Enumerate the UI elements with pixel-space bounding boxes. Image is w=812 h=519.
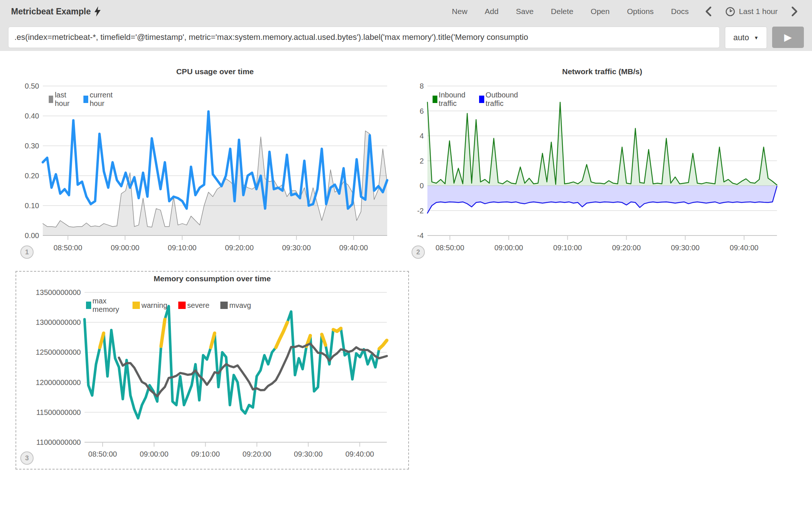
cpu-usage-plot[interactable] (43, 86, 387, 241)
app-title: Metricbeat Example (11, 6, 101, 17)
chevron-right-icon (792, 7, 797, 16)
y-tick-label: 2 (398, 157, 424, 165)
y-tick-label: -4 (398, 231, 424, 240)
nav-row: Metricbeat Example New Add Save Delete O… (0, 0, 812, 23)
time-range-label: Last 1 hour (739, 7, 778, 16)
x-tick-label: 09:20:00 (229, 450, 285, 458)
chevron-down-icon: ▼ (754, 35, 758, 41)
x-tick-label: 08:50:00 (40, 244, 96, 252)
network-traffic-plot[interactable] (427, 86, 777, 241)
y-tick-label: 13500000000 (13, 288, 81, 297)
legend-item: warning (133, 301, 167, 310)
y-tick-label: 11500000000 (13, 408, 81, 417)
legend-swatch-icon (86, 302, 91, 309)
legend-label: max memory (93, 297, 122, 314)
x-tick-label: 09:00:00 (97, 244, 153, 252)
play-icon: ▶ (784, 31, 792, 43)
x-tick-label: 09:00:00 (481, 244, 536, 252)
timelion-expression-input[interactable] (8, 27, 720, 48)
main-menu: New Add Save Delete Open Options Docs (452, 7, 689, 16)
legend-label: last hour (55, 91, 72, 108)
y-tick-label: 6 (398, 107, 424, 116)
legend-item: Inbound traffic (433, 91, 468, 108)
legend-label: mvavg (229, 301, 251, 310)
y-tick-label: 0.10 (10, 201, 39, 210)
x-tick-label: 09:10:00 (155, 244, 210, 252)
y-tick-label: 4 (398, 131, 424, 140)
legend-label: Outbound traffic (486, 91, 521, 108)
x-tick-label: 09:30:00 (269, 244, 324, 252)
memory-consumption-plot[interactable] (85, 292, 387, 448)
y-tick-label: 12500000000 (13, 348, 81, 357)
clock-icon (725, 7, 735, 17)
legend-swatch-icon (220, 302, 228, 309)
chart-title: Memory consumption over time (16, 274, 409, 283)
y-tick-label: 0.20 (10, 171, 39, 180)
legend-swatch-icon (133, 302, 140, 309)
time-forward-button[interactable] (792, 7, 797, 16)
y-tick-label: 0.40 (10, 111, 39, 120)
interval-value: auto (733, 33, 749, 42)
memory-legend: max memorywarningseveremvavg (86, 297, 251, 314)
menu-item-save[interactable]: Save (516, 7, 534, 16)
panel-number-badge: 3 (20, 451, 34, 465)
legend-label: severe (187, 301, 209, 310)
x-tick-label: 09:10:00 (178, 450, 233, 458)
timelion-bolt-icon (94, 6, 101, 17)
menu-item-add[interactable]: Add (485, 7, 498, 16)
legend-label: current hour (90, 91, 115, 108)
menu-item-options[interactable]: Options (627, 7, 654, 16)
app-title-text: Metricbeat Example (11, 7, 91, 17)
legend-item: last hour (49, 91, 72, 108)
query-row: auto ▼ ▶ (0, 23, 812, 49)
panel-number-badge: 2 (412, 245, 425, 259)
legend-item: current hour (83, 91, 115, 108)
x-tick-label: 09:30:00 (658, 244, 713, 252)
legend-item: Outbound traffic (479, 91, 520, 108)
network-legend: Inbound trafficOutbound traffic (433, 91, 520, 108)
x-tick-label: 09:20:00 (599, 244, 654, 252)
time-back-button[interactable] (706, 7, 711, 16)
menu-item-open[interactable]: Open (591, 7, 609, 16)
dashboard-stage: CPU usage over time last hourcurrent hou… (0, 51, 812, 519)
legend-swatch-icon (479, 96, 484, 103)
x-tick-label: 09:40:00 (716, 244, 772, 252)
legend-item: severe (178, 301, 209, 310)
top-bar: Metricbeat Example New Add Save Delete O… (0, 0, 812, 51)
legend-swatch-icon (178, 302, 186, 309)
legend-swatch-icon (433, 96, 437, 103)
y-tick-label: 11000000000 (13, 438, 81, 447)
y-tick-label: 8 (398, 82, 424, 90)
x-tick-label: 09:30:00 (281, 450, 336, 458)
menu-item-delete[interactable]: Delete (551, 7, 574, 16)
chevron-left-icon (706, 7, 711, 16)
legend-label: Inbound traffic (439, 91, 468, 108)
time-navigation: Last 1 hour (706, 7, 802, 17)
y-tick-label: 0 (398, 181, 424, 190)
x-tick-label: 09:10:00 (540, 244, 595, 252)
chart-title: CPU usage over time (43, 67, 387, 76)
legend-item: max memory (86, 297, 121, 314)
menu-item-docs[interactable]: Docs (671, 7, 689, 16)
legend-item: mvavg (220, 301, 251, 310)
chart-title: Network traffic (MB/s) (427, 67, 777, 76)
y-tick-label: 12000000000 (13, 378, 81, 387)
x-tick-label: 09:40:00 (332, 450, 388, 458)
y-tick-label: 0.30 (10, 141, 39, 150)
x-tick-label: 09:00:00 (126, 450, 182, 458)
panel-number-badge: 1 (20, 245, 34, 259)
run-expression-button[interactable]: ▶ (772, 27, 804, 48)
time-picker[interactable]: Last 1 hour (725, 7, 778, 17)
interval-select[interactable]: auto ▼ (725, 27, 767, 49)
y-tick-label: -2 (398, 206, 424, 215)
x-tick-label: 09:20:00 (211, 244, 267, 252)
x-tick-label: 08:50:00 (75, 450, 130, 458)
legend-swatch-icon (49, 96, 53, 103)
y-tick-label: 13000000000 (13, 318, 81, 327)
y-tick-label: 0.50 (10, 82, 39, 90)
x-tick-label: 08:50:00 (422, 244, 478, 252)
legend-swatch-icon (83, 96, 88, 103)
menu-item-new[interactable]: New (452, 7, 467, 16)
legend-label: warning (141, 301, 167, 310)
y-tick-label: 0.00 (10, 231, 39, 240)
